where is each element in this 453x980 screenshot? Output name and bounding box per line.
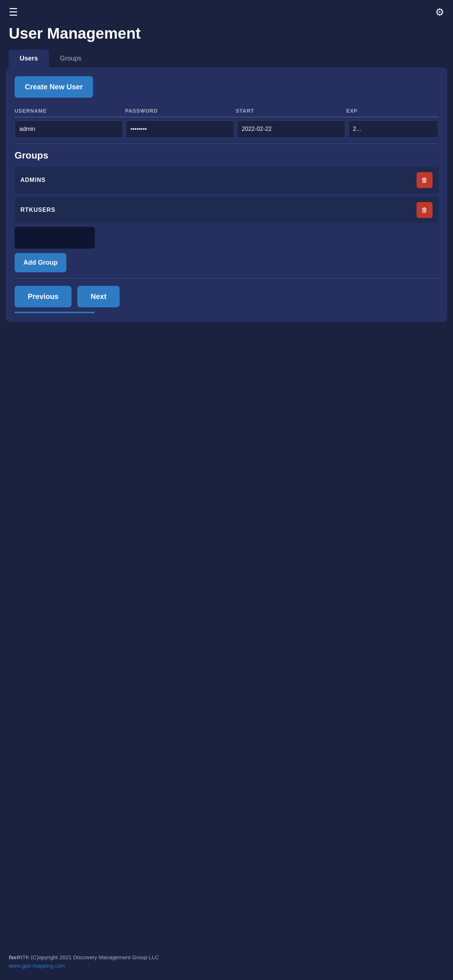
next-button[interactable]: Next: [77, 286, 119, 307]
footer: fastRTK (C)opyright 2021 Discovery Manag…: [0, 943, 453, 980]
group-row-admins: ADMINS 🗑: [14, 167, 439, 193]
col-header-password: PASSWORD: [125, 108, 236, 114]
settings-icon[interactable]: ⚙: [435, 7, 444, 18]
footer-brand-rest: RTK: [19, 954, 30, 960]
page-title: User Management: [0, 25, 453, 49]
main-card: Create New User USERNAME PASSWORD START …: [6, 67, 447, 322]
footer-copyright-text: (C)opyright 2021 Discovery Management Gr…: [29, 954, 159, 960]
footer-brand-italic: fast: [9, 954, 19, 960]
footer-copyright: fastRTK (C)opyright 2021 Discovery Manag…: [9, 954, 444, 960]
start-date-input[interactable]: [237, 120, 345, 138]
menu-icon[interactable]: ☰: [9, 7, 18, 18]
username-input[interactable]: [14, 120, 123, 138]
create-new-user-button[interactable]: Create New User: [14, 76, 93, 98]
nav-buttons: Previous Next: [14, 286, 439, 307]
top-bar: ☰ ⚙: [0, 0, 453, 25]
add-group-button[interactable]: Add Group: [14, 253, 66, 272]
delete-rtkusers-button[interactable]: 🗑: [416, 202, 432, 218]
divider-2: [14, 278, 439, 278]
group-name-rtkusers: RTKUSERS: [21, 207, 56, 213]
group-name-admins: ADMINS: [21, 177, 46, 183]
footer-link[interactable]: www.gps-mapping.com: [9, 963, 65, 969]
delete-admins-button[interactable]: 🗑: [416, 172, 432, 188]
group-row-rtkusers: RTKUSERS 🗑: [14, 197, 439, 223]
tab-users[interactable]: Users: [9, 49, 49, 67]
exp-date-input[interactable]: [348, 120, 439, 138]
groups-section: Groups ADMINS 🗑 RTKUSERS 🗑 Add Group: [14, 150, 439, 272]
col-header-exp: EXP: [346, 108, 439, 114]
new-group-input[interactable]: [14, 227, 95, 249]
col-header-start: START: [236, 108, 346, 114]
previous-button[interactable]: Previous: [14, 286, 72, 307]
table-header: USERNAME PASSWORD START EXP: [14, 105, 439, 118]
password-input[interactable]: [126, 120, 234, 138]
add-group-area: Add Group: [14, 227, 439, 272]
tabs-container: Users Groups: [0, 49, 453, 67]
trash-icon-admins: 🗑: [421, 177, 428, 184]
progress-bar: [14, 312, 95, 313]
col-header-username: USERNAME: [14, 108, 125, 114]
table-row: [14, 120, 439, 138]
divider-1: [14, 144, 439, 144]
tab-groups[interactable]: Groups: [49, 49, 92, 67]
trash-icon-rtkusers: 🗑: [421, 206, 428, 214]
groups-title: Groups: [14, 150, 439, 161]
